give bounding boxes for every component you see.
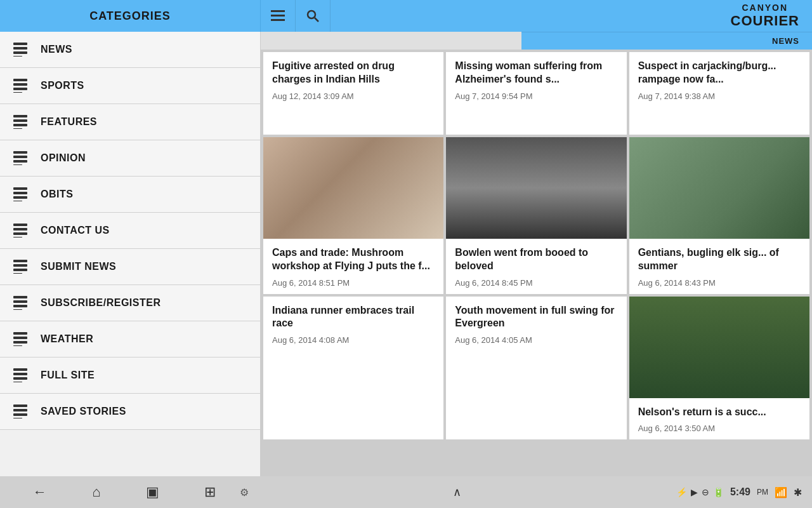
bluetooth-icon: ✱ bbox=[794, 486, 802, 498]
search-icon bbox=[306, 10, 319, 22]
svg-rect-14 bbox=[13, 119, 27, 122]
svg-rect-21 bbox=[13, 187, 27, 190]
header-icons bbox=[261, 0, 331, 32]
bottom-left-nav: ← ⌂ ▣ ⊞ bbox=[10, 484, 239, 500]
gear-button[interactable]: ⚙ bbox=[235, 483, 254, 502]
sidebar-label-news: NEWS bbox=[41, 44, 72, 55]
sidebar-icon-features bbox=[10, 112, 30, 132]
status-area: ⚡ ▶ ⊖ 🔋 5:49 PM 📶 ✱ bbox=[676, 486, 802, 498]
status-time: 5:49 bbox=[730, 486, 750, 498]
svg-rect-17 bbox=[13, 151, 27, 154]
svg-rect-5 bbox=[13, 43, 27, 45]
sidebar-icon-subscribe bbox=[10, 293, 30, 313]
article-title-article-6: Gentians, bugling elk sig... of summer bbox=[638, 246, 801, 273]
wifi-icon: 📶 bbox=[775, 486, 787, 498]
home-button[interactable]: ⌂ bbox=[92, 484, 100, 500]
svg-rect-33 bbox=[13, 296, 27, 298]
article-title-article-9: Nelson's return is a succ... bbox=[638, 406, 801, 419]
svg-rect-1 bbox=[271, 15, 285, 17]
news-card-article-2[interactable]: Missing woman suffering from Alzheimer's… bbox=[446, 52, 626, 135]
svg-rect-11 bbox=[13, 88, 27, 90]
svg-rect-47 bbox=[13, 413, 27, 416]
apps-button[interactable]: ▣ bbox=[146, 484, 159, 500]
logo-area: CANYON COURIER bbox=[331, 3, 812, 29]
sidebar: NEWS SPORTS FEATURES OPINION OBITS CONTA… bbox=[0, 32, 261, 476]
content-area: NEWS SPORTS FEATURES OPINION OBITS CONTA… bbox=[0, 32, 812, 476]
sidebar-item-obits[interactable]: OBITS bbox=[0, 177, 260, 213]
article-title-article-3: Suspect in carjacking/burg... rampage no… bbox=[638, 60, 801, 86]
svg-rect-42 bbox=[13, 373, 27, 375]
svg-rect-34 bbox=[13, 300, 27, 303]
multiview-button[interactable]: ⊞ bbox=[204, 484, 216, 500]
sidebar-label-contact-us: CONTACT US bbox=[41, 225, 110, 236]
sidebar-item-saved-stories[interactable]: SAVED STORIES bbox=[0, 394, 260, 430]
article-date-article-2: Aug 7, 2014 9:54 PM bbox=[455, 91, 617, 101]
svg-rect-46 bbox=[13, 409, 27, 411]
article-date-article-4: Aug 6, 2014 8:51 PM bbox=[272, 278, 435, 288]
news-card-article-9[interactable]: Nelson's return is a succ... Aug 6, 2014… bbox=[629, 297, 809, 440]
sidebar-label-full-site: FULL SITE bbox=[41, 370, 95, 381]
sidebar-item-contact-us[interactable]: CONTACT US bbox=[0, 213, 260, 249]
sidebar-icon-obits bbox=[10, 184, 30, 204]
usb-icon: ⚡ bbox=[676, 487, 687, 497]
media-icon: ▶ bbox=[691, 487, 698, 497]
sidebar-item-news[interactable]: NEWS bbox=[0, 32, 260, 68]
sidebar-icon-weather bbox=[10, 329, 30, 349]
main-header: CANYON COURIER bbox=[261, 0, 812, 32]
article-title-article-8: Youth movement in full swing for Evergre… bbox=[455, 304, 617, 331]
chevron-up-icon: ∧ bbox=[453, 485, 461, 499]
search-button[interactable] bbox=[296, 0, 331, 32]
sidebar-icon-saved-stories bbox=[10, 401, 30, 422]
article-date-article-5: Aug 6, 2014 8:45 PM bbox=[455, 278, 617, 288]
sidebar-label-saved-stories: SAVED STORIES bbox=[41, 406, 126, 417]
svg-line-4 bbox=[315, 18, 318, 22]
sidebar-item-opinion[interactable]: OPINION bbox=[0, 140, 260, 177]
sidebar-icon-contact-us bbox=[10, 220, 30, 241]
svg-rect-13 bbox=[13, 115, 27, 117]
svg-rect-7 bbox=[13, 51, 27, 54]
sidebar-label-weather: WEATHER bbox=[41, 333, 93, 345]
sidebar-icon-sports bbox=[10, 76, 30, 96]
svg-rect-18 bbox=[13, 156, 27, 158]
svg-rect-39 bbox=[13, 341, 27, 344]
sidebar-header: CATEGORIES bbox=[0, 0, 261, 32]
article-image-article-6 bbox=[629, 137, 809, 239]
svg-rect-24 bbox=[13, 201, 22, 201]
bottom-bar: ← ⌂ ▣ ⊞ ∧ ⚡ ▶ ⊖ 🔋 5:49 PM 📶 ✱ bbox=[0, 476, 812, 508]
news-card-article-1[interactable]: Fugitive arrested on drug charges in Ind… bbox=[263, 52, 443, 135]
news-card-article-8[interactable]: Youth movement in full swing for Evergre… bbox=[446, 297, 626, 440]
news-card-article-5[interactable]: Bowlen went from booed to beloved Aug 6,… bbox=[446, 137, 626, 294]
article-title-article-2: Missing woman suffering from Alzheimer's… bbox=[455, 60, 617, 86]
battery-icon: 🔋 bbox=[713, 487, 724, 497]
sidebar-item-submit-news[interactable]: SUBMIT NEWS bbox=[0, 249, 260, 285]
sidebar-item-features[interactable]: FEATURES bbox=[0, 104, 260, 140]
svg-rect-9 bbox=[13, 79, 27, 81]
menu-button[interactable] bbox=[261, 0, 296, 32]
news-card-article-3[interactable]: Suspect in carjacking/burg... rampage no… bbox=[629, 52, 809, 135]
article-image-article-5 bbox=[446, 137, 626, 239]
sidebar-item-subscribe[interactable]: SUBSCRIBE/REGISTER bbox=[0, 285, 260, 321]
news-card-article-6[interactable]: Gentians, bugling elk sig... of summer A… bbox=[629, 137, 809, 294]
article-title-article-7: Indiana runner embraces trail race bbox=[272, 304, 435, 331]
article-date-article-1: Aug 12, 2014 3:09 AM bbox=[272, 91, 435, 101]
sidebar-item-full-site[interactable]: FULL SITE bbox=[0, 358, 260, 394]
article-date-article-6: Aug 6, 2014 8:43 PM bbox=[638, 278, 801, 288]
status-icons: ⚡ ▶ ⊖ 🔋 bbox=[676, 487, 724, 497]
sidebar-item-sports[interactable]: SPORTS bbox=[0, 68, 260, 104]
article-title-article-5: Bowlen went from booed to beloved bbox=[455, 246, 617, 273]
news-card-article-4[interactable]: Caps and trade: Mushroom workshop at Fly… bbox=[263, 137, 443, 294]
sidebar-icon-submit-news bbox=[10, 257, 30, 277]
sidebar-label-sports: SPORTS bbox=[41, 80, 84, 91]
article-title-article-1: Fugitive arrested on drug charges in Ind… bbox=[272, 60, 435, 86]
sidebar-icon-full-site bbox=[10, 365, 30, 385]
svg-rect-43 bbox=[13, 377, 27, 380]
hamburger-icon bbox=[271, 10, 285, 22]
sidebar-item-weather[interactable]: WEATHER bbox=[0, 321, 260, 358]
svg-point-3 bbox=[308, 11, 315, 18]
news-card-article-7[interactable]: Indiana runner embraces trail race Aug 6… bbox=[263, 297, 443, 440]
svg-rect-36 bbox=[13, 309, 22, 310]
svg-rect-19 bbox=[13, 160, 27, 163]
svg-rect-30 bbox=[13, 264, 27, 267]
back-button[interactable]: ← bbox=[33, 484, 47, 500]
svg-rect-2 bbox=[271, 19, 285, 21]
